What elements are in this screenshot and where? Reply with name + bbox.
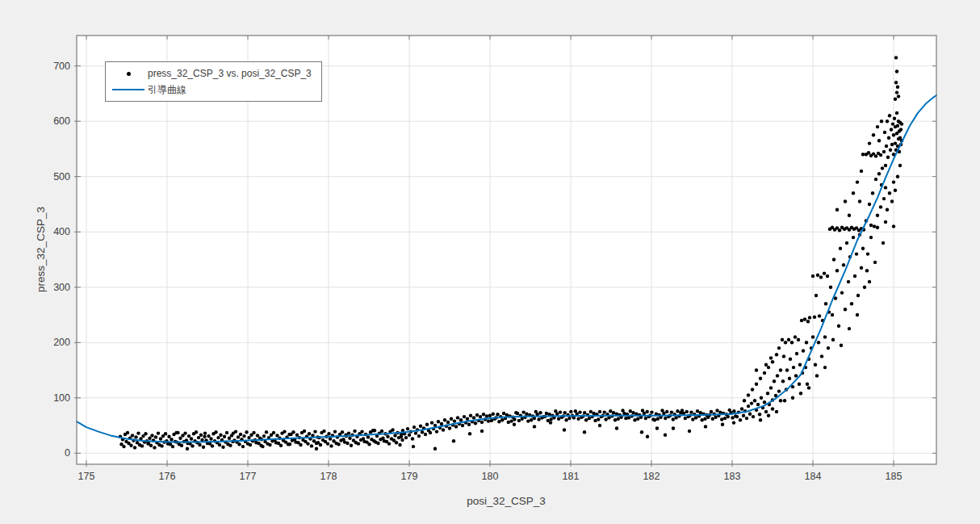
x-tick-label: 179 [401,471,418,482]
x-tick-label: 181 [563,471,580,482]
y-tick-label: 100 [53,392,70,404]
y-tick-label: 500 [53,171,70,182]
x-tick-label: 178 [320,471,337,482]
legend-entry-curve: 引導曲線 [111,82,312,98]
x-tick-label: 177 [240,471,257,482]
legend-label-curve: 引導曲線 [146,83,186,97]
x-tick-label: 176 [159,471,176,482]
y-tick-label: 700 [53,61,70,72]
y-axis-label: press_32_CSP_3 [35,207,47,292]
x-tick-label: 184 [805,471,822,482]
x-tick-label: 175 [78,471,95,482]
y-tick-label: 400 [53,226,70,237]
x-tick-label: 180 [482,471,499,482]
legend-label-scatter: press_32_CSP_3 vs. posi_32_CSP_3 [146,68,312,79]
x-axis-label: posi_32_CSP_3 [467,495,546,507]
y-tick-label: 600 [53,115,70,127]
figure-window: 1751761771781791801811821831841850100200… [0,0,980,524]
scatter-dot-icon [111,72,146,76]
y-tick-label: 0 [65,447,70,459]
legend: press_32_CSP_3 vs. posi_32_CSP_3 引導曲線 [105,61,322,102]
curve-line-icon [111,89,146,90]
x-tick-label: 183 [724,471,741,482]
legend-entry-scatter: press_32_CSP_3 vs. posi_32_CSP_3 [111,65,312,82]
y-tick-label: 200 [53,337,70,348]
x-tick-label: 185 [886,471,903,482]
y-tick-label: 300 [53,282,70,293]
x-tick-label: 182 [643,471,660,482]
